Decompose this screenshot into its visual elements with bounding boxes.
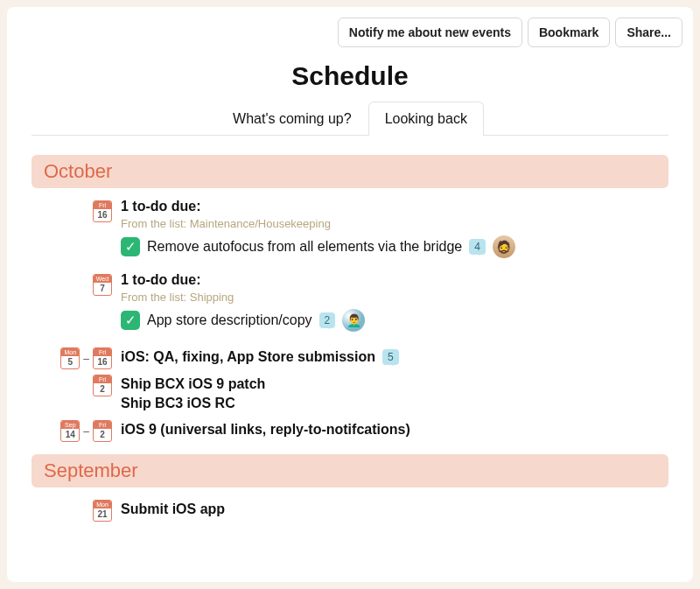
- comment-count-badge[interactable]: 5: [382, 349, 399, 365]
- date-chip: Wed 7: [93, 274, 112, 296]
- date-range-dash: –: [83, 425, 89, 438]
- todo-item[interactable]: ✓ Remove autofocus from all elements via…: [121, 235, 668, 258]
- month-header-september: September: [32, 454, 668, 487]
- avatar[interactable]: 👨‍🦱: [342, 309, 365, 332]
- schedule-row: Wed 7 1 to-do due: From the list: Shippi…: [32, 272, 668, 342]
- tab-upcoming[interactable]: What's coming up?: [216, 102, 368, 136]
- date-chip: Fri 2: [93, 375, 112, 396]
- date-range-dash: –: [83, 353, 89, 365]
- date-chip: Mon 5: [60, 347, 80, 369]
- comment-count-badge[interactable]: 2: [319, 312, 336, 328]
- schedule-row: Mon 5 – Fri 16 iOS: QA, fixing, App Stor…: [32, 346, 668, 369]
- share-button[interactable]: Share...: [615, 18, 682, 47]
- notify-button[interactable]: Notify me about new events: [338, 18, 522, 47]
- comment-count-badge[interactable]: 4: [469, 239, 486, 255]
- checkmark-icon: ✓: [121, 237, 140, 256]
- todo-text: App store description/copy: [147, 312, 312, 328]
- checkmark-icon: ✓: [121, 311, 140, 330]
- month-header-october: October: [32, 155, 668, 188]
- tab-past[interactable]: Looking back: [368, 102, 484, 136]
- todo-heading: 1 to-do due:: [121, 272, 668, 288]
- todo-item[interactable]: ✓ App store description/copy 2 👨‍🦱: [121, 309, 668, 332]
- date-chip: Sep 14: [60, 420, 80, 442]
- event-title[interactable]: Submit iOS app: [121, 501, 225, 517]
- tab-bar: What's coming up? Looking back: [32, 102, 668, 136]
- date-chip: Mon 21: [93, 500, 112, 522]
- schedule-row: Mon 21 Submit iOS app: [32, 498, 668, 522]
- schedule-row: Sep 14 – Fri 2 iOS 9 (universal links, r…: [32, 418, 668, 442]
- event-title[interactable]: iOS 9 (universal links, reply-to-notifca…: [121, 422, 410, 438]
- schedule-row: Fri 2 Ship BCX iOS 9 patch Ship BC3 iOS …: [32, 373, 668, 415]
- list-origin: From the list: Maintenance/Housekeeping: [121, 217, 668, 230]
- date-chip: Fri 16: [93, 347, 112, 369]
- schedule-row: Fri 16 1 to-do due: From the list: Maint…: [32, 199, 668, 269]
- page-title: Schedule: [32, 61, 668, 91]
- list-origin: From the list: Shipping: [121, 291, 668, 304]
- event-title[interactable]: Ship BC3 iOS RC: [121, 396, 235, 411]
- date-chip: Fri 16: [93, 200, 112, 222]
- todo-heading: 1 to-do due:: [121, 199, 668, 214]
- avatar[interactable]: 🧔: [493, 235, 515, 258]
- bookmark-button[interactable]: Bookmark: [528, 18, 610, 47]
- date-chip: Fri 2: [93, 420, 112, 442]
- top-actions: Notify me about new events Bookmark Shar…: [338, 18, 682, 47]
- todo-text: Remove autofocus from all elements via t…: [147, 239, 462, 255]
- event-title[interactable]: iOS: QA, fixing, App Store submission: [121, 349, 375, 365]
- event-title[interactable]: Ship BCX iOS 9 patch: [121, 376, 265, 392]
